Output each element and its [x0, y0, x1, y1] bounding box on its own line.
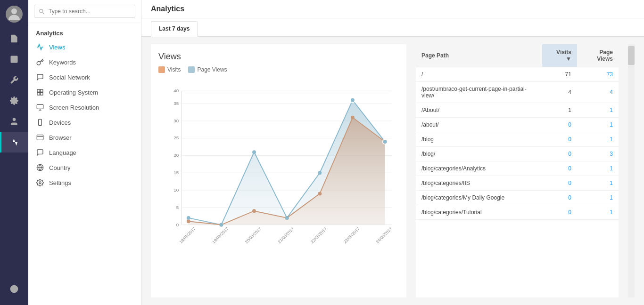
- cell-path: /blog/: [416, 147, 542, 161]
- svg-text:18/08/2017: 18/08/2017: [178, 226, 196, 244]
- nav-tools-icon[interactable]: [0, 70, 28, 90]
- cell-visits: 0: [542, 147, 577, 161]
- cell-visits: 0: [542, 205, 577, 220]
- nav-page-icon[interactable]: [0, 28, 28, 49]
- table-panel: Page Path Visits ▼ Page Views /7173/post…: [416, 44, 619, 297]
- nav-user-icon[interactable]: [0, 111, 28, 132]
- browser-icon: [36, 133, 44, 142]
- chart-icon: [36, 43, 44, 51]
- svg-point-48: [351, 116, 355, 120]
- sort-arrow-icon: ▼: [566, 56, 571, 62]
- svg-point-50: [187, 216, 190, 220]
- scrollbar[interactable]: [628, 44, 635, 297]
- key-icon: [36, 58, 44, 66]
- chart-panel: Views Visits Page Views: [151, 44, 406, 297]
- chat-icon: [36, 73, 44, 81]
- sidebar-item-language[interactable]: Language: [28, 145, 141, 160]
- cell-pageviews: 1: [577, 103, 619, 118]
- cell-pageviews: 4: [577, 82, 619, 103]
- cell-path: /blog: [416, 132, 542, 147]
- col-pagepath: Page Path: [416, 44, 542, 67]
- sidebar-item-devices[interactable]: Devices: [28, 115, 141, 130]
- svg-text:20/08/2017: 20/08/2017: [244, 226, 262, 244]
- svg-rect-9: [37, 93, 40, 95]
- svg-point-2: [12, 57, 13, 59]
- sidebar-item-country[interactable]: Country: [28, 160, 141, 175]
- nav-settings-icon[interactable]: [0, 90, 28, 111]
- cell-visits: 0: [542, 161, 577, 176]
- cell-pageviews: 73: [577, 67, 619, 82]
- svg-rect-16: [37, 135, 43, 140]
- svg-point-20: [39, 182, 41, 184]
- cell-pageviews: 1: [577, 118, 619, 132]
- svg-text:30: 30: [173, 118, 179, 123]
- svg-point-0: [11, 8, 17, 14]
- cell-pageviews: 1: [577, 161, 619, 176]
- chart-legend: Visits Page Views: [158, 66, 399, 73]
- cell-visits: 0: [542, 118, 577, 132]
- sidebar-item-resolution[interactable]: Screen Resolution: [28, 100, 141, 115]
- cell-visits: 4: [542, 82, 577, 103]
- phone-icon: [36, 118, 44, 127]
- svg-point-52: [252, 150, 256, 154]
- sidebar-item-social[interactable]: Social Network: [28, 70, 141, 85]
- svg-text:35: 35: [173, 101, 179, 106]
- svg-point-47: [318, 192, 322, 195]
- svg-point-54: [318, 171, 322, 175]
- svg-rect-8: [41, 89, 43, 92]
- chart-container: 0 5 10 15 20 25 30 35 40: [158, 78, 399, 257]
- svg-text:19/08/2017: 19/08/2017: [211, 226, 229, 244]
- nav-help-icon[interactable]: [0, 279, 28, 299]
- cell-path: /: [416, 67, 542, 82]
- sidebar-item-keywords[interactable]: Keywords: [28, 55, 141, 70]
- cell-path: /About/: [416, 103, 542, 118]
- search-container: [28, 0, 141, 23]
- table-row: /blog/categories/Analytics01: [416, 161, 619, 176]
- svg-text:0: 0: [176, 222, 179, 227]
- cell-visits: 71: [542, 67, 577, 82]
- svg-text:5: 5: [176, 205, 179, 210]
- svg-text:20: 20: [173, 152, 179, 158]
- table-row: /post/umbraco-get-current-page-in-partia…: [416, 82, 619, 103]
- nav-image-icon[interactable]: [0, 49, 28, 70]
- table-row: /about/01: [416, 118, 619, 132]
- cell-pageviews: 3: [577, 147, 619, 161]
- col-visits[interactable]: Visits ▼: [542, 44, 577, 67]
- table-row: /blog/categories/Tutorial01: [416, 205, 619, 220]
- cell-path: /about/: [416, 118, 542, 132]
- svg-point-43: [187, 219, 190, 223]
- pageviews-legend-box: [188, 66, 195, 73]
- cell-path: /blog/categories/Analytics: [416, 161, 542, 176]
- icon-bar: [0, 0, 28, 305]
- svg-text:24/08/2017: 24/08/2017: [375, 226, 393, 244]
- sidebar-item-views[interactable]: Views: [28, 40, 141, 55]
- sidebar-item-browser[interactable]: Browser: [28, 130, 141, 145]
- main-content: Views Visits Page Views: [141, 37, 644, 305]
- svg-point-55: [350, 98, 355, 103]
- search-input[interactable]: [34, 5, 135, 18]
- svg-point-53: [285, 216, 289, 220]
- table-row: /blog/03: [416, 147, 619, 161]
- sidebar-item-settings[interactable]: Settings: [28, 175, 141, 190]
- svg-text:10: 10: [173, 187, 179, 193]
- cell-pageviews: 1: [577, 191, 619, 205]
- cell-visits: 0: [542, 132, 577, 147]
- tab-last7days[interactable]: Last 7 days: [151, 21, 198, 37]
- sidebar-item-os[interactable]: Operating System: [28, 85, 141, 100]
- tabs-bar: Last 7 days: [141, 18, 644, 37]
- cell-path: /post/umbraco-get-current-page-in-partia…: [416, 82, 542, 103]
- nav-analytics-icon[interactable]: [0, 132, 28, 152]
- cell-visits: 1: [542, 103, 577, 118]
- svg-rect-10: [41, 93, 43, 95]
- globe-icon: [36, 163, 44, 172]
- sidebar-section-title: Analytics: [28, 23, 141, 40]
- svg-rect-7: [37, 89, 40, 92]
- visits-legend-box: [158, 66, 165, 73]
- avatar[interactable]: [6, 6, 23, 23]
- scrollbar-thumb[interactable]: [628, 46, 635, 65]
- svg-marker-42: [189, 118, 385, 225]
- cell-pageviews: 1: [577, 176, 619, 191]
- chart-svg: 0 5 10 15 20 25 30 35 40: [158, 78, 399, 257]
- table-row: /About/11: [416, 103, 619, 118]
- cell-path: /blog/categories/Tutorial: [416, 205, 542, 220]
